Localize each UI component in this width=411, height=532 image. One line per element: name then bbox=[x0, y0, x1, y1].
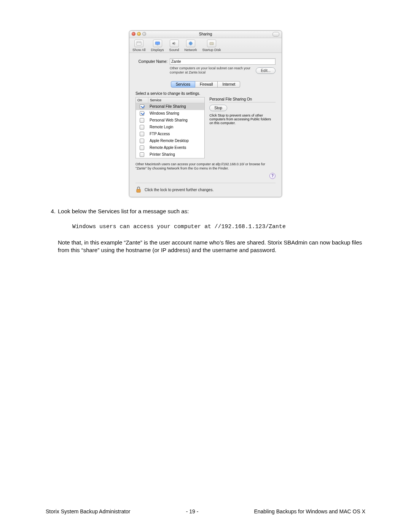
footer-right: Enabling Backups for Windows and MAC OS … bbox=[254, 508, 365, 514]
checkbox[interactable] bbox=[140, 139, 144, 143]
lock-icon[interactable] bbox=[135, 186, 142, 193]
toolbar-label: Startup Disk bbox=[202, 48, 221, 52]
stop-button[interactable]: Stop bbox=[209, 105, 227, 111]
step-text: Look below the Services list for a messa… bbox=[58, 208, 365, 214]
checkbox[interactable] bbox=[140, 111, 144, 116]
document-page: Sharing Show All Displays Sound bbox=[0, 0, 411, 532]
computer-name-row: Computer Name: bbox=[135, 58, 276, 65]
services-list: On Service Personal File SharingWindows … bbox=[135, 97, 205, 158]
table-row[interactable]: Personal Web Sharing bbox=[136, 117, 204, 124]
computer-name-input[interactable] bbox=[170, 58, 276, 65]
computer-name-hint: Other computers on your local subnet can… bbox=[170, 66, 253, 75]
page-footer: Storix System Backup Administrator - 19 … bbox=[0, 508, 411, 514]
computer-name-hint-row: Other computers on your local subnet can… bbox=[170, 66, 276, 75]
checkbox[interactable] bbox=[140, 152, 144, 157]
help-row: ? bbox=[135, 172, 276, 179]
svg-rect-9 bbox=[137, 189, 140, 192]
toolbar-sound[interactable]: Sound bbox=[169, 40, 179, 52]
service-name: Personal File Sharing bbox=[148, 104, 204, 109]
paragraph: Note that, in this example “Zante” is th… bbox=[58, 239, 365, 254]
lock-row: Click the lock to prevent further change… bbox=[135, 183, 276, 193]
table-row[interactable]: Apple Remote Desktop bbox=[136, 137, 204, 144]
window-title: Sharing bbox=[199, 32, 212, 36]
table-row[interactable]: FTP Access bbox=[136, 131, 204, 137]
sound-icon bbox=[170, 40, 179, 47]
afp-note: Other Macintosh users can access your co… bbox=[135, 162, 276, 171]
svg-rect-4 bbox=[156, 45, 158, 45]
col-service: Service bbox=[148, 97, 204, 103]
startup-disk-icon bbox=[207, 40, 216, 47]
table-row[interactable]: Personal File Sharing bbox=[136, 103, 204, 110]
toolbar-displays[interactable]: Displays bbox=[151, 40, 164, 52]
service-name: Remote Login bbox=[148, 124, 204, 130]
checkbox[interactable] bbox=[140, 104, 144, 109]
computer-name-label: Computer Name: bbox=[135, 59, 167, 64]
toolbar-label: Displays bbox=[151, 48, 164, 52]
toolbar-startup-disk[interactable]: Startup Disk bbox=[202, 40, 221, 52]
toolbar-label: Network bbox=[185, 48, 197, 52]
checkbox[interactable] bbox=[140, 118, 144, 123]
service-name: FTP Access bbox=[148, 131, 204, 137]
displays-icon bbox=[153, 40, 162, 47]
checkbox[interactable] bbox=[140, 132, 144, 136]
footer-center: - 19 - bbox=[186, 508, 199, 514]
toolbar-pill-icon[interactable] bbox=[272, 32, 279, 37]
footer-left: Storix System Backup Administrator bbox=[46, 508, 131, 514]
toolbar-label: Show All bbox=[132, 48, 146, 52]
toolbar-network[interactable]: Network bbox=[185, 40, 197, 52]
edit-button[interactable]: Edit... bbox=[256, 67, 276, 74]
divider bbox=[209, 102, 276, 102]
service-name: Apple Remote Desktop bbox=[148, 138, 204, 144]
step-4: 4. Look below the Services list for a me… bbox=[46, 208, 365, 214]
tab-firewall[interactable]: Firewall bbox=[195, 81, 218, 88]
help-icon[interactable]: ? bbox=[269, 173, 276, 179]
show-all-icon bbox=[134, 40, 143, 47]
svg-point-8 bbox=[213, 44, 213, 44]
svg-marker-5 bbox=[172, 42, 175, 45]
lock-text: Click the lock to prevent further change… bbox=[145, 188, 213, 192]
svg-rect-3 bbox=[155, 42, 159, 45]
svg-rect-2 bbox=[139, 42, 141, 43]
mac-window: Sharing Show All Displays Sound bbox=[129, 30, 282, 197]
table-row[interactable]: Remote Login bbox=[136, 124, 204, 131]
stop-hint: Click Stop to prevent users of other com… bbox=[209, 113, 276, 125]
toolbar-show-all[interactable]: Show All bbox=[132, 40, 146, 52]
service-name: Personal Web Sharing bbox=[148, 117, 204, 123]
checkbox[interactable] bbox=[140, 125, 144, 129]
toolbar: Show All Displays Sound Network bbox=[129, 38, 282, 53]
window-controls bbox=[132, 32, 146, 36]
service-name: Windows Sharing bbox=[148, 110, 204, 116]
table-row[interactable]: Windows Sharing bbox=[136, 110, 204, 117]
status-title: Personal File Sharing On bbox=[209, 97, 276, 101]
window-content: Computer Name: Other computers on your l… bbox=[129, 53, 282, 197]
tab-internet[interactable]: Internet bbox=[218, 81, 240, 88]
table-row[interactable]: Printer Sharing bbox=[136, 151, 204, 158]
close-icon[interactable] bbox=[132, 32, 135, 36]
table-head: On Service bbox=[136, 97, 204, 103]
code-sample: Windows users can access your computer a… bbox=[72, 224, 365, 230]
tab-services[interactable]: Services bbox=[171, 81, 195, 88]
select-service-label: Select a service to change its settings. bbox=[135, 91, 276, 96]
services-table: On Service Personal File SharingWindows … bbox=[135, 97, 205, 158]
svg-rect-1 bbox=[137, 42, 139, 43]
col-on: On bbox=[136, 97, 148, 103]
services-panel: On Service Personal File SharingWindows … bbox=[135, 97, 276, 158]
titlebar: Sharing bbox=[129, 31, 282, 38]
tabbar: Services Firewall Internet bbox=[135, 81, 276, 88]
table-row[interactable]: Remote Apple Events bbox=[136, 144, 204, 151]
service-name: Remote Apple Events bbox=[148, 145, 204, 150]
network-icon bbox=[186, 40, 195, 47]
service-detail: Personal File Sharing On Stop Click Stop… bbox=[209, 97, 276, 125]
minimize-icon[interactable] bbox=[137, 32, 141, 36]
step-number: 4. bbox=[46, 208, 58, 214]
zoom-icon[interactable] bbox=[142, 32, 146, 36]
service-name: Printer Sharing bbox=[148, 152, 204, 157]
checkbox[interactable] bbox=[140, 145, 144, 150]
toolbar-label: Sound bbox=[169, 48, 179, 52]
